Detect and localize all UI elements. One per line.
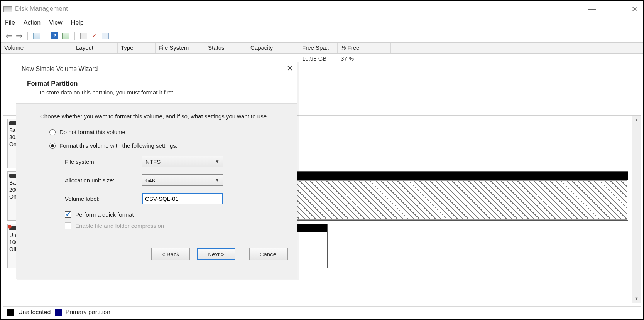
radio-do-not-format[interactable]: Do not format this volume bbox=[49, 129, 282, 135]
dialog-subheading: To store data on this partition, you mus… bbox=[39, 89, 286, 96]
radio-icon bbox=[49, 129, 56, 135]
col-pctfree[interactable]: % Free bbox=[338, 43, 391, 53]
select-allocation-unit-size[interactable]: 64K bbox=[142, 174, 223, 186]
col-type[interactable]: Type bbox=[118, 43, 156, 53]
select-filesystem[interactable]: NTFS bbox=[142, 156, 223, 167]
list-icon[interactable] bbox=[61, 32, 70, 40]
radio-format-with-settings[interactable]: Format this volume with the following se… bbox=[49, 142, 282, 149]
radio-label: Do not format this volume bbox=[59, 129, 125, 135]
volume-list-headers: Volume Layout Type File System Status Ca… bbox=[1, 43, 643, 54]
toolbar-separator bbox=[46, 32, 46, 40]
label-filesystem: File system: bbox=[65, 158, 142, 165]
dialog-lead-text: Choose whether you want to format this v… bbox=[40, 113, 282, 120]
legend-swatch-unallocated bbox=[7, 309, 14, 316]
checkbox-label: Perform a quick format bbox=[75, 211, 134, 218]
dialog-buttons: < Back Next > Cancel bbox=[16, 241, 297, 267]
label-allocation-unit-size: Allocation unit size: bbox=[65, 177, 142, 184]
dialog-title: New Simple Volume Wizard bbox=[22, 66, 98, 72]
nav-back-icon[interactable] bbox=[5, 31, 13, 40]
menubar: File Action View Help bbox=[1, 17, 643, 29]
legend-label-unallocated: Unallocated bbox=[18, 309, 51, 316]
menu-action[interactable]: Action bbox=[24, 19, 41, 26]
cell-freespace: 10.98 GB bbox=[302, 55, 341, 62]
col-spacer bbox=[391, 43, 643, 53]
window-minimize-button[interactable] bbox=[588, 3, 596, 15]
menu-help[interactable]: Help bbox=[71, 19, 84, 26]
col-capacity[interactable]: Capacity bbox=[247, 43, 299, 53]
window-close-button[interactable] bbox=[632, 3, 637, 15]
dialog-body: Choose whether you want to format this v… bbox=[16, 104, 297, 237]
checkbox-quick-format[interactable]: Perform a quick format bbox=[65, 211, 282, 218]
app-icon bbox=[3, 5, 12, 12]
legend-bar: Unallocated Primary partition bbox=[3, 306, 641, 318]
checkbox-enable-compression: Enable file and folder compression bbox=[65, 222, 282, 229]
select-value: 64K bbox=[145, 177, 156, 184]
radio-icon bbox=[49, 143, 56, 149]
new-simple-volume-wizard: New Simple Volume Wizard Format Partitio… bbox=[16, 61, 297, 279]
col-freespace[interactable]: Free Spa... bbox=[299, 43, 338, 53]
menu-view[interactable]: View bbox=[49, 19, 62, 26]
checkbox-icon bbox=[65, 222, 71, 229]
menu-file[interactable]: File bbox=[5, 19, 15, 26]
nav-forward-icon[interactable] bbox=[15, 31, 23, 40]
select-value: NTFS bbox=[145, 158, 161, 165]
checkbox-label: Enable file and folder compression bbox=[75, 222, 164, 229]
toolbar bbox=[1, 29, 643, 43]
app-title: Disk Management bbox=[15, 5, 68, 13]
col-layout[interactable]: Layout bbox=[73, 43, 118, 53]
input-volume-label[interactable] bbox=[142, 193, 223, 204]
action-icon[interactable] bbox=[79, 32, 88, 40]
help-icon[interactable] bbox=[51, 32, 59, 40]
titlebar: Disk Management bbox=[1, 1, 643, 17]
scroll-up-icon[interactable] bbox=[632, 116, 641, 124]
radio-label: Format this volume with the following se… bbox=[59, 142, 177, 149]
col-filesystem[interactable]: File System bbox=[156, 43, 205, 53]
checkbox-icon bbox=[65, 211, 71, 218]
chevron-down-icon bbox=[215, 159, 220, 164]
check-icon[interactable] bbox=[90, 32, 99, 40]
chevron-down-icon bbox=[215, 177, 220, 183]
cancel-button[interactable]: Cancel bbox=[249, 248, 288, 260]
properties-icon[interactable] bbox=[32, 32, 41, 40]
cell-pctfree: 37 % bbox=[341, 55, 394, 62]
scroll-down-icon[interactable] bbox=[632, 294, 641, 303]
dialog-titlebar[interactable]: New Simple Volume Wizard bbox=[16, 61, 297, 77]
back-button[interactable]: < Back bbox=[151, 248, 190, 260]
next-button[interactable]: Next > bbox=[197, 248, 235, 260]
legend-swatch-primary bbox=[55, 309, 62, 316]
label-volume-label: Volume label: bbox=[65, 195, 142, 202]
scrollbar-vertical[interactable] bbox=[632, 116, 641, 303]
dialog-header: Format Partition To store data on this p… bbox=[16, 77, 297, 104]
dialog-heading: Format Partition bbox=[27, 80, 286, 88]
options-icon[interactable] bbox=[101, 32, 110, 40]
col-status[interactable]: Status bbox=[205, 43, 247, 53]
dialog-close-button[interactable] bbox=[287, 64, 293, 73]
window-maximize-button[interactable] bbox=[611, 6, 617, 12]
toolbar-separator bbox=[74, 32, 75, 40]
legend-label-primary: Primary partition bbox=[66, 309, 110, 316]
toolbar-separator bbox=[27, 32, 28, 40]
col-volume[interactable]: Volume bbox=[1, 43, 73, 53]
